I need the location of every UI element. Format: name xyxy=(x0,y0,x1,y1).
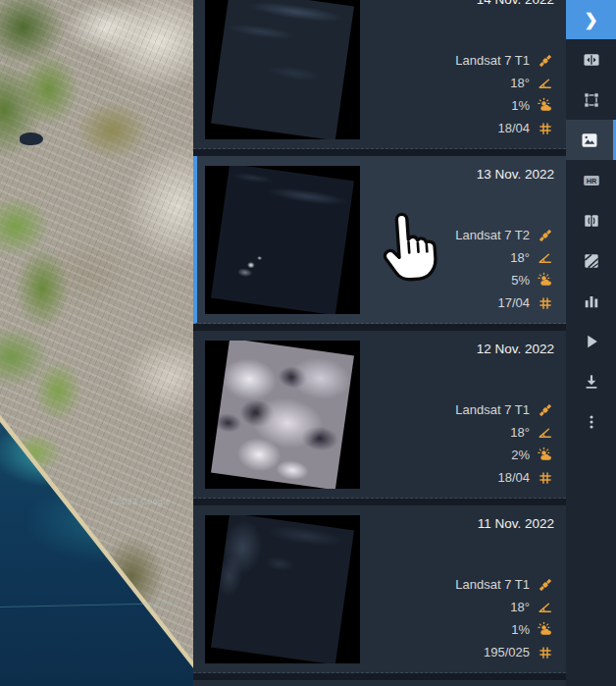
grid-icon xyxy=(537,120,554,137)
tile-path-row: 18/04 xyxy=(497,470,530,485)
map-canvas[interactable]: ©2023 Google xyxy=(0,0,193,686)
satellite-icon xyxy=(537,52,554,70)
result-item[interactable]: 11 Nov. 2022 Landsat 7 T1 18° 1% xyxy=(193,505,566,673)
download-icon xyxy=(582,372,601,392)
images-tab-button[interactable] xyxy=(566,120,616,160)
eo-browser-app: ©2023 Google 14 Nov. 2022 Landsat 7 T1 xyxy=(0,0,616,686)
cloud-coverage: 2% xyxy=(511,448,530,462)
sun-elevation: 18° xyxy=(510,425,530,440)
tile-path-row: 18/04 xyxy=(497,121,530,135)
map-pond xyxy=(20,132,43,145)
area-select-icon xyxy=(582,90,601,110)
grid-icon xyxy=(537,469,554,487)
grid-icon xyxy=(537,294,554,312)
cloud-icon xyxy=(537,97,554,115)
satellite-icon xyxy=(537,576,554,594)
result-item-hovered[interactable]: 13 Nov. 2022 Landsat 7 T2 18° 5% xyxy=(193,156,566,324)
scene-thumbnail[interactable] xyxy=(205,515,360,663)
scene-source: Landsat 7 T1 xyxy=(455,402,530,417)
bar-chart-icon xyxy=(582,291,601,311)
satellite-icon xyxy=(537,401,554,419)
kebab-menu-icon xyxy=(582,412,601,432)
scene-thumbnail[interactable] xyxy=(205,341,360,489)
image-icon xyxy=(580,131,599,150)
scene-date: 11 Nov. 2022 xyxy=(478,515,554,531)
cloud-coverage: 5% xyxy=(511,273,530,288)
sun-angle-icon xyxy=(537,75,554,92)
scene-thumbnail[interactable] xyxy=(205,166,360,314)
hr-icon: HR xyxy=(581,170,602,191)
mosaic-tool-button[interactable] xyxy=(566,240,616,281)
sun-angle-icon xyxy=(537,249,554,267)
split-view-tool-button[interactable] xyxy=(566,200,616,240)
hr-tool-button[interactable]: HR xyxy=(566,160,616,200)
sun-elevation: 18° xyxy=(510,600,530,614)
result-item-partial[interactable] xyxy=(193,680,566,686)
scene-source: Landsat 7 T1 xyxy=(455,577,530,592)
scene-date: 13 Nov. 2022 xyxy=(477,166,554,182)
tile-path-row: 195/025 xyxy=(484,645,530,660)
play-icon xyxy=(582,332,601,351)
tile-path-row: 17/04 xyxy=(497,295,530,310)
scene-source: Landsat 7 T1 xyxy=(455,53,530,68)
area-select-tool-button[interactable] xyxy=(566,79,616,120)
split-view-icon xyxy=(582,211,601,231)
result-item[interactable]: 14 Nov. 2022 Landsat 7 T1 18° 1% xyxy=(193,0,566,149)
results-list: 14 Nov. 2022 Landsat 7 T1 18° 1% xyxy=(193,0,566,686)
satellite-icon xyxy=(537,227,554,244)
cloud-icon xyxy=(537,272,554,290)
grid-icon xyxy=(537,644,554,661)
cloud-coverage: 1% xyxy=(511,622,530,637)
cloud-icon xyxy=(537,621,554,639)
svg-text:HR: HR xyxy=(586,176,596,185)
compare-icon xyxy=(582,50,601,70)
compare-tool-button[interactable] xyxy=(566,39,616,79)
collapse-panel-button[interactable]: ❯ xyxy=(566,0,616,39)
sun-angle-icon xyxy=(537,599,554,616)
sun-elevation: 18° xyxy=(510,76,530,90)
sun-elevation: 18° xyxy=(510,250,530,265)
scene-thumbnail[interactable] xyxy=(205,0,360,139)
statistics-tool-button[interactable] xyxy=(566,281,616,321)
right-toolbar: ❯ xyxy=(566,0,616,686)
scene-date: 14 Nov. 2022 xyxy=(477,0,554,7)
timelapse-play-button[interactable] xyxy=(566,321,616,361)
sun-angle-icon xyxy=(537,424,554,442)
map-attribution: ©2023 Google xyxy=(110,497,171,506)
download-button[interactable] xyxy=(566,361,616,401)
cloud-icon xyxy=(537,447,554,464)
mosaic-icon xyxy=(582,251,601,271)
scene-source: Landsat 7 T2 xyxy=(455,228,530,242)
result-item[interactable]: 12 Nov. 2022 Landsat 7 T1 18° 2% xyxy=(193,331,566,499)
cloud-coverage: 1% xyxy=(511,98,530,113)
more-options-button[interactable] xyxy=(566,401,616,442)
scene-date: 12 Nov. 2022 xyxy=(477,341,554,356)
